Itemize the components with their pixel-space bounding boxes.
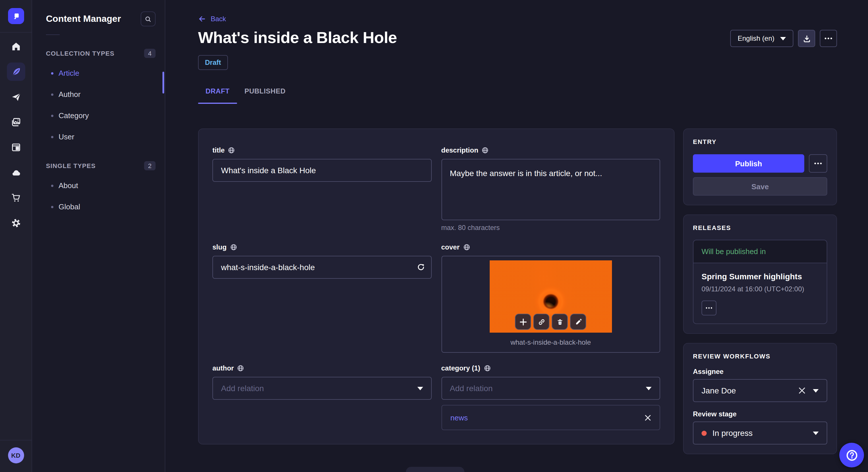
- locale-globe-icon: [484, 365, 491, 372]
- locale-globe-icon: [463, 244, 470, 250]
- edit-media-button[interactable]: [570, 314, 586, 330]
- section-count-badge: 2: [144, 161, 156, 170]
- sidebar-item-author[interactable]: Author: [32, 84, 165, 105]
- sidebar-item-user[interactable]: User: [32, 126, 165, 147]
- entry-panel: ENTRY Publish Save: [683, 129, 837, 205]
- content-type-builder-icon[interactable]: [7, 138, 25, 157]
- entry-form-panel: title What's inside a Black Hole descrip…: [198, 129, 675, 444]
- title-row: What's inside a Black Hole English (en): [198, 29, 837, 47]
- home-icon[interactable]: [7, 37, 25, 56]
- user-avatar[interactable]: KD: [8, 447, 24, 463]
- media-library-icon[interactable]: [7, 113, 25, 131]
- cover-actions: [490, 314, 612, 330]
- trash-icon: [556, 318, 564, 326]
- subnav-scrollbar[interactable]: [162, 72, 164, 94]
- rail-divider: [0, 32, 32, 33]
- content-manager-icon[interactable]: [7, 63, 25, 81]
- field-label: description: [441, 146, 660, 154]
- release-plane-icon[interactable]: [7, 88, 25, 106]
- field-label: title: [212, 146, 431, 154]
- release-date: 09/11/2024 at 16:00 (UTC+02:00): [702, 285, 818, 293]
- section-head: SINGLE TYPES 2: [32, 161, 165, 170]
- chevron-down-icon: [780, 36, 786, 40]
- strapi-logo-icon: [11, 11, 21, 21]
- tab-draft[interactable]: DRAFT: [198, 84, 237, 104]
- releases-panel: RELEASES Will be published in Spring Sum…: [683, 214, 837, 334]
- question-mark-icon: [845, 449, 858, 461]
- page-title: What's inside a Black Hole: [198, 29, 397, 47]
- save-button[interactable]: Save: [693, 177, 827, 196]
- field-author: author Add relation: [212, 364, 431, 430]
- title-input[interactable]: What's inside a Black Hole: [212, 159, 431, 182]
- close-icon: [799, 387, 805, 394]
- relation-link[interactable]: news: [451, 413, 468, 422]
- content-row: title What's inside a Black Hole descrip…: [198, 129, 837, 454]
- publish-button[interactable]: Publish: [693, 154, 804, 173]
- bottom-toolbar-peek[interactable]: [406, 467, 464, 472]
- panel-title: RELEASES: [693, 224, 827, 231]
- category-relation-combobox[interactable]: Add relation: [441, 377, 660, 400]
- add-media-button[interactable]: [515, 314, 531, 330]
- strapi-logo[interactable]: [8, 8, 24, 24]
- review-stage-combobox[interactable]: In progress: [693, 422, 827, 444]
- arrow-left-icon: [198, 15, 206, 23]
- bullet-icon: [51, 206, 53, 208]
- locale-globe-icon: [482, 147, 489, 154]
- bullet-icon: [51, 184, 53, 187]
- locale-globe-icon: [237, 365, 244, 372]
- review-stage-label: Review stage: [693, 410, 827, 418]
- sidebar-item-global[interactable]: Global: [32, 196, 165, 217]
- field-cover: cover: [441, 243, 660, 353]
- cover-filename: what-s-inside-a-black-hole: [510, 338, 591, 346]
- header-more-button[interactable]: [820, 30, 837, 47]
- delete-media-button[interactable]: [552, 314, 568, 330]
- sidebar-item-article[interactable]: Article: [32, 63, 165, 84]
- export-button[interactable]: [798, 30, 815, 47]
- author-relation-combobox[interactable]: Add relation: [212, 377, 431, 400]
- locale-globe-icon: [230, 244, 237, 250]
- clear-assignee-button[interactable]: [799, 387, 805, 394]
- remove-relation-button[interactable]: [645, 414, 651, 421]
- field-label: cover: [441, 243, 660, 251]
- release-more-button[interactable]: [702, 301, 716, 315]
- strapi-admin: KD Content Manager COLLECTION TYPES 4 Ar…: [0, 0, 868, 472]
- back-link[interactable]: Back: [198, 15, 226, 23]
- bullet-icon: [51, 136, 53, 138]
- bullet-icon: [51, 114, 53, 117]
- panel-title: REVIEW WORKFLOWS: [693, 353, 827, 360]
- marketplace-cart-icon[interactable]: [7, 189, 25, 207]
- edit-view: Back What's inside a Black Hole English …: [165, 0, 868, 472]
- rail-bottom: KD: [0, 440, 32, 472]
- sidebar-item-category[interactable]: Category: [32, 105, 165, 126]
- search-button[interactable]: [141, 11, 156, 26]
- field-label: slug: [212, 243, 431, 251]
- sidebar-item-about[interactable]: About: [32, 175, 165, 196]
- cloud-icon[interactable]: [7, 164, 25, 182]
- release-card-body: Spring Summer highlights 09/11/2024 at 1…: [693, 263, 827, 324]
- entry-more-button[interactable]: [809, 154, 827, 173]
- more-dots-icon: [706, 307, 712, 309]
- search-icon: [145, 15, 152, 23]
- field-slug: slug what-s-inside-a-black-hole: [212, 243, 431, 353]
- stage-color-dot: [702, 430, 707, 436]
- field-label: category (1): [441, 364, 660, 372]
- assignee-combobox[interactable]: Jane Doe: [693, 379, 827, 402]
- refresh-icon: [416, 263, 425, 272]
- pencil-icon: [575, 318, 582, 326]
- nav-items: Article Author Category User: [32, 63, 165, 147]
- cover-media-card: what-s-inside-a-black-hole: [441, 256, 660, 353]
- locale-select[interactable]: English (en): [730, 30, 794, 47]
- release-card-header: Will be published in: [693, 240, 827, 263]
- slug-input[interactable]: what-s-inside-a-black-hole: [212, 256, 431, 279]
- description-hint: max. 80 characters: [441, 224, 660, 232]
- regenerate-slug-button[interactable]: [416, 263, 425, 272]
- description-textarea[interactable]: Maybe the answer is in this article, or …: [441, 159, 660, 220]
- help-button[interactable]: [839, 443, 864, 467]
- chevron-down-icon: [813, 431, 818, 435]
- panel-title: ENTRY: [693, 138, 827, 145]
- tab-published[interactable]: PUBLISHED: [237, 84, 293, 104]
- subnav-title: Content Manager: [46, 14, 121, 24]
- copy-link-button[interactable]: [534, 314, 550, 330]
- field-title: title What's inside a Black Hole: [212, 146, 431, 232]
- settings-gear-icon[interactable]: [7, 214, 25, 232]
